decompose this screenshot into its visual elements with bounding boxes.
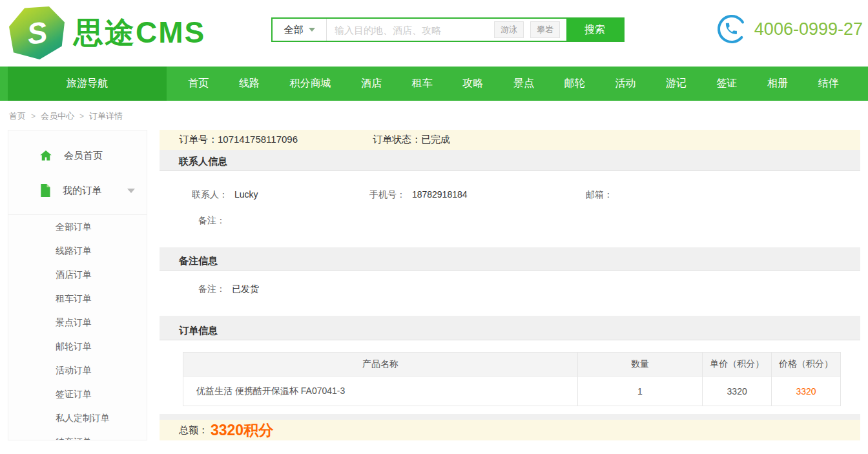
search-input[interactable] <box>327 19 494 41</box>
sidebar-item-specialty-orders[interactable]: 特产订单 <box>8 430 147 440</box>
sidebar-item-all-orders[interactable]: 全部订单 <box>8 215 147 239</box>
contact-section-title: 联系人信息 <box>160 151 860 171</box>
col-header-total-price: 价格（积分） <box>772 353 841 377</box>
breadcrumb-order-detail: 订单详情 <box>89 110 123 122</box>
contact-note-label: 备注： <box>198 207 225 233</box>
nav-item-car-rental[interactable]: 租车 <box>408 77 437 90</box>
nav-item-album[interactable]: 相册 <box>763 77 792 90</box>
order-items-table: 产品名称 数量 单价（积分） 价格（积分） 优益生活 便携酷开保温杯 FA070… <box>183 352 841 406</box>
main-nav: 旅游导航 首页 线路 积分商城 酒店 租车 攻略 景点 邮轮 活动 游记 签证 … <box>0 67 868 101</box>
nav-item-companion[interactable]: 结伴 <box>814 77 843 90</box>
sidebar-item-route-orders[interactable]: 线路订单 <box>8 239 147 263</box>
sidebar-item-car-orders[interactable]: 租车订单 <box>8 287 147 311</box>
order-info-section: 订单信息 产品名称 数量 单价（积分） 价格（积分） 优益生活 便携酷开保温杯 … <box>160 320 860 414</box>
search-hot-tags: 游泳 攀岩 <box>494 19 566 41</box>
contact-name-value: Lucky <box>234 189 258 200</box>
breadcrumb: 首页 > 会员中心 > 订单详情 <box>0 101 868 130</box>
col-header-product-name: 产品名称 <box>183 353 578 377</box>
contact-name-label: 联系人： <box>192 181 228 207</box>
sidebar-item-member-home[interactable]: 会员首页 <box>8 138 147 173</box>
nav-item-travel-notes[interactable]: 游记 <box>662 77 690 90</box>
logo-s-mark: S <box>25 14 49 52</box>
service-phone: 4006-0999-27 <box>717 14 863 44</box>
order-no-value: 107141758117096 <box>218 134 298 145</box>
nav-items: 首页 线路 积分商城 酒店 租车 攻略 景点 邮轮 活动 游记 签证 相册 结伴 <box>167 67 860 101</box>
chevron-down-icon[interactable] <box>127 189 135 193</box>
phone-number: 4006-0999-27 <box>754 19 863 39</box>
nav-item-visa[interactable]: 签证 <box>712 77 741 90</box>
hot-tag-climbing[interactable]: 攀岩 <box>530 21 560 38</box>
sidebar-item-my-orders[interactable]: 我的订单 <box>8 173 147 208</box>
order-summary-bar: 订单号：107141758117096 订单状态：已完成 <box>160 130 860 150</box>
breadcrumb-home[interactable]: 首页 <box>9 110 26 122</box>
order-section-title: 订单信息 <box>160 320 860 340</box>
contact-info-section: 联系人信息 联系人： Lucky 手机号： 18782918184 邮箱： <box>160 151 860 247</box>
breadcrumb-separator: > <box>31 112 36 121</box>
nav-item-home[interactable]: 首页 <box>184 77 212 90</box>
logo-text: 思途CMS <box>74 13 205 53</box>
search-button[interactable]: 搜索 <box>566 19 623 41</box>
table-row: 优益生活 便携酷开保温杯 FA07041-3 1 3320 3320 <box>183 377 841 406</box>
order-total-bar: 总额： 3320积分 <box>160 420 860 440</box>
content: 会员首页 我的订单 全部订单 线路订单 酒店订单 租车订单 景点订单 邮轮订单 … <box>0 130 868 440</box>
sidebar-item-hotel-orders[interactable]: 酒店订单 <box>8 263 147 287</box>
search-bar: 全部 游泳 攀岩 搜索 <box>271 17 625 42</box>
remark-label: 备注： <box>198 277 225 300</box>
breadcrumb-separator: > <box>79 112 84 121</box>
remark-value: 已发货 <box>232 284 259 294</box>
breadcrumb-member-center[interactable]: 会员中心 <box>41 110 74 122</box>
sidebar-item-attraction-orders[interactable]: 景点订单 <box>8 311 147 335</box>
sidebar-item-visa-orders[interactable]: 签证订单 <box>8 382 147 406</box>
order-status-value: 已完成 <box>421 134 450 145</box>
cell-quantity: 1 <box>577 377 702 406</box>
nav-item-cruise[interactable]: 邮轮 <box>561 77 589 90</box>
hot-tag-swimming[interactable]: 游泳 <box>494 21 524 38</box>
spacer <box>160 316 860 320</box>
sidebar-item-custom-orders[interactable]: 私人定制订单 <box>8 406 147 430</box>
email-label: 邮箱： <box>586 181 613 207</box>
nav-item-hotel[interactable]: 酒店 <box>357 77 386 90</box>
nav-item-activities[interactable]: 活动 <box>611 77 639 90</box>
chevron-down-icon <box>309 28 315 32</box>
mobile-label: 手机号： <box>369 181 406 207</box>
nav-item-attractions[interactable]: 景点 <box>510 77 538 90</box>
order-status-label: 订单状态： <box>373 134 421 145</box>
order-no-label: 订单号： <box>179 134 218 145</box>
document-icon <box>39 184 51 197</box>
sidebar-item-activity-orders[interactable]: 活动订单 <box>8 358 147 382</box>
remark-section-title: 备注信息 <box>160 251 860 271</box>
col-header-quantity: 数量 <box>577 353 702 377</box>
cell-total-price: 3320 <box>772 377 841 406</box>
spacer <box>160 414 860 420</box>
remark-info-section: 备注信息 备注： 已发货 <box>160 251 860 316</box>
cell-product-name: 优益生活 便携酷开保温杯 FA07041-3 <box>183 377 578 406</box>
nav-item-routes[interactable]: 线路 <box>235 77 264 90</box>
total-value: 3320积分 <box>211 420 273 440</box>
nav-item-points-mall[interactable]: 积分商城 <box>286 77 335 90</box>
logo-hexagon-icon: S <box>9 6 65 59</box>
top-header: S 思途CMS 全部 游泳 攀岩 搜索 4006-0999-27 <box>0 0 868 67</box>
search-category-value: 全部 <box>284 24 304 36</box>
logo[interactable]: S 思途CMS <box>9 6 205 59</box>
sidebar-item-cruise-orders[interactable]: 邮轮订单 <box>8 335 147 358</box>
order-detail-panel: 订单号：107141758117096 订单状态：已完成 联系人信息 联系人： … <box>160 130 860 440</box>
cell-unit-price: 3320 <box>703 377 772 406</box>
total-label: 总额： <box>179 424 208 437</box>
search-category-select[interactable]: 全部 <box>273 19 327 41</box>
home-icon <box>39 149 52 162</box>
nav-title-travel-guide[interactable]: 旅游导航 <box>8 67 167 101</box>
member-sidebar: 会员首页 我的订单 全部订单 线路订单 酒店订单 租车订单 景点订单 邮轮订单 … <box>8 130 147 440</box>
table-header-row: 产品名称 数量 单价（积分） 价格（积分） <box>183 353 841 377</box>
mobile-value: 18782918184 <box>412 189 468 200</box>
col-header-unit-price: 单价（积分） <box>703 353 772 377</box>
phone-icon <box>717 14 747 44</box>
nav-item-guides[interactable]: 攻略 <box>459 77 487 90</box>
sidebar-item-label: 会员首页 <box>64 150 103 162</box>
sidebar-item-label: 我的订单 <box>63 185 101 197</box>
